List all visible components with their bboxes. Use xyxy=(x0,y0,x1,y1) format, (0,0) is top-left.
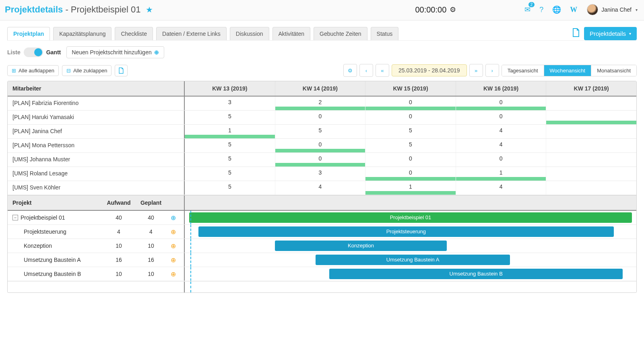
tab-diskussion[interactable]: Diskussion xyxy=(230,27,269,40)
tab-projektplan[interactable]: Projektplan xyxy=(7,27,50,40)
add-icon[interactable]: ⊕ xyxy=(171,243,176,249)
fast-next-button[interactable]: » xyxy=(469,64,483,77)
view-week-button[interactable]: Wochenansicht xyxy=(544,65,591,76)
week-col: KW 16 (2019) xyxy=(456,81,546,96)
new-step-button[interactable]: Neuen Projektschritt hinzufügen ⊕ xyxy=(66,46,164,58)
header-icons: ✉2 ? 🌐 W xyxy=(524,5,577,14)
capacity-bar xyxy=(546,121,636,124)
collapse-icon[interactable]: − xyxy=(12,215,18,220)
page-title: Projektdetails - Projektbeispiel 01 ★ xyxy=(5,4,153,15)
week-col: KW 17 (2019) xyxy=(546,81,636,96)
toggle-label-liste: Liste xyxy=(7,49,21,56)
globe-icon[interactable]: 🌐 xyxy=(552,5,561,14)
add-icon[interactable]: ⊕ xyxy=(171,271,176,278)
tab-gebuchte-zeiten[interactable]: Gebuchte Zeiten xyxy=(314,27,367,40)
tab-checkliste[interactable]: Checkliste xyxy=(115,27,153,40)
col-aufwand: Aufwand xyxy=(103,200,135,206)
capacity-cell: 0 xyxy=(456,97,546,110)
pdf-icon-button[interactable] xyxy=(115,65,128,76)
list-gantt-switch[interactable] xyxy=(24,47,43,57)
task-name: Umsetzung Baustein A xyxy=(24,257,81,263)
add-icon[interactable]: ⊕ xyxy=(171,228,176,235)
employee-name: [PLAN] Janina Chef xyxy=(8,125,185,138)
plus-circle-icon: ⊕ xyxy=(154,49,159,56)
add-icon[interactable]: ⊕ xyxy=(171,257,176,263)
next-button[interactable]: › xyxy=(485,64,499,77)
capacity-cell: 5 xyxy=(185,181,275,195)
topbar: Projektdetails - Projektbeispiel 01 ★ 00… xyxy=(0,0,644,21)
user-menu[interactable]: Janina Chef ▾ xyxy=(587,4,638,15)
employee-name: [PLAN] Fabrizia Fiorentino xyxy=(8,97,185,110)
task-name: Umsetzung Baustein B xyxy=(24,271,81,277)
gear-icon[interactable]: ⚙ xyxy=(450,5,456,14)
projektdetails-button[interactable]: Projektdetails ▾ xyxy=(584,27,637,40)
capacity-cell: 4 xyxy=(456,181,546,195)
employee-name: [UMS] Roland Lesage xyxy=(8,167,185,181)
pdf-export-icon[interactable] xyxy=(572,28,580,40)
mail-icon[interactable]: ✉2 xyxy=(524,5,530,14)
col-projekt: Projekt xyxy=(12,200,103,206)
gantt-bar[interactable]: Konzeption xyxy=(275,241,446,251)
capacity-cell xyxy=(546,139,636,152)
add-icon[interactable]: ⊕ xyxy=(171,214,176,221)
star-icon[interactable]: ★ xyxy=(146,5,153,14)
capacity-bar xyxy=(456,107,546,110)
task-aufwand: 4 xyxy=(103,228,135,235)
collapse-all-button[interactable]: ⊟Alle zuklappen xyxy=(62,65,112,76)
capacity-cell: 0 xyxy=(456,153,546,167)
view-controls: Liste Gantt Neuen Projektschritt hinzufü… xyxy=(7,46,637,58)
gantt-bar[interactable]: Projektbeispiel 01 xyxy=(189,212,632,223)
capacity-cell: 1 xyxy=(456,167,546,181)
tab-status[interactable]: Status xyxy=(371,27,399,40)
capacity-cell xyxy=(546,153,636,167)
avatar xyxy=(587,4,598,15)
gantt-bar[interactable]: Umsetzung Baustein B xyxy=(329,269,623,279)
expand-all-button[interactable]: ⊞Alle aufklappen xyxy=(7,65,59,76)
wiki-icon[interactable]: W xyxy=(570,6,577,14)
week-col: KW 13 (2019) xyxy=(185,81,275,96)
today-marker xyxy=(190,211,191,224)
toggle-label-gantt: Gantt xyxy=(46,49,61,56)
task-name: Konzeption xyxy=(24,243,52,249)
employee-name: [PLAN] Haruki Yamasaki xyxy=(8,111,185,124)
task-aufwand: 16 xyxy=(103,257,135,263)
col-geplant: Geplant xyxy=(135,200,167,206)
employee-row: [PLAN] Janina Chef1554 xyxy=(8,125,636,139)
task-aufwand: 10 xyxy=(103,271,135,277)
today-marker xyxy=(190,253,191,267)
fast-prev-button[interactable]: « xyxy=(376,64,389,77)
task-name: Projektbeispiel 01 xyxy=(21,214,65,221)
capacity-cell: 1 xyxy=(365,181,456,195)
tab-bar: Projektplan Kapazitätsplanung Checkliste… xyxy=(7,27,637,41)
capacity-cell xyxy=(546,181,636,195)
chevron-down-icon: ▾ xyxy=(636,8,638,12)
capacity-cell: 0 xyxy=(275,153,365,167)
task-aufwand: 40 xyxy=(103,214,135,221)
week-col: KW 14 (2019) xyxy=(275,81,365,96)
capacity-bar xyxy=(365,107,456,110)
capacity-cell: 0 xyxy=(365,167,456,181)
settings-icon-button[interactable]: ⚙ xyxy=(343,64,357,77)
tab-kapazitaetsplanung[interactable]: Kapazitätsplanung xyxy=(53,27,111,40)
capacity-bar xyxy=(275,107,365,110)
capacity-cell xyxy=(546,167,636,181)
view-month-button[interactable]: Monatsansicht xyxy=(591,65,636,76)
capacity-cell: 4 xyxy=(275,181,365,195)
prev-button[interactable]: ‹ xyxy=(359,64,373,77)
minus-square-icon: ⊟ xyxy=(66,68,71,74)
gantt-bar[interactable]: Projektsteuerung xyxy=(198,226,614,237)
timer: 00:00:00 ⚙ xyxy=(415,5,456,14)
capacity-cell: 5 xyxy=(185,153,275,167)
capacity-cell xyxy=(546,125,636,138)
capacity-bar xyxy=(365,177,456,181)
date-range[interactable]: 25.03.2019 - 28.04.2019 xyxy=(392,64,467,76)
tab-aktivitaeten[interactable]: Aktivitäten xyxy=(272,27,311,40)
tab-dateien[interactable]: Dateien / Externe Links xyxy=(156,27,227,40)
employee-row: [UMS] Johanna Muster5000 xyxy=(8,153,636,167)
capacity-bar xyxy=(185,135,275,138)
help-icon[interactable]: ? xyxy=(539,6,543,14)
task-row: Projektsteuerung44⊕Projektsteuerung xyxy=(8,225,636,239)
gantt-toolbar: ⊞Alle aufklappen ⊟Alle zuklappen ⚙ ‹ « 2… xyxy=(7,64,637,77)
view-day-button[interactable]: Tagesansicht xyxy=(502,65,544,76)
gantt-bar[interactable]: Umsetzung Baustein A xyxy=(316,255,510,265)
